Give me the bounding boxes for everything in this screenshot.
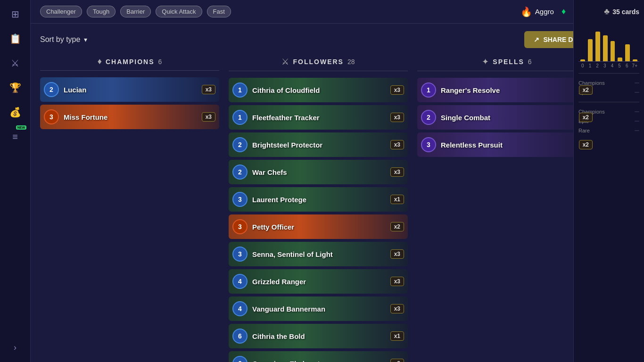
new-badge-label: NEW [16, 125, 26, 130]
card-row-senna[interactable]: 3 Senna, Sentinel of Light x3 [229, 242, 408, 266]
card-name-cithria-cloudfield: Cithria of Cloudfield [248, 86, 408, 94]
champions-icon: ♦ [98, 57, 102, 66]
card-name-vanguard: Vanguard Bannerman [248, 305, 408, 313]
spells-column: ✦ SPELLS 6 1 Ranger's Resolve x2 2 Singl… [413, 57, 601, 362]
mana-circle-senna: 3 [232, 247, 248, 262]
sidebar-icon-book[interactable]: 📋 [6, 29, 25, 48]
card-name-rangers-resolve: Ranger's Resolve [436, 86, 596, 94]
sort-label: Sort by type [40, 35, 80, 44]
spells-title: SPELLS [493, 58, 524, 66]
card-row-laurent[interactable]: 3 Laurent Protege x1 [229, 187, 408, 212]
curve-label-7plus: 7+ [632, 63, 637, 68]
mana-circle-brightsteel: 2 [232, 137, 248, 152]
divider-1 [578, 73, 639, 74]
card-count-senna: x3 [390, 249, 404, 259]
stat-badge-rare [635, 130, 639, 131]
tag-tough[interactable]: Tough [87, 6, 116, 17]
card-row-brightsteel[interactable]: 2 Brightsteel Protector x3 [229, 132, 408, 157]
tag-fast[interactable]: Fast [207, 6, 231, 17]
card-row-cithria-bold[interactable]: 6 Cithria the Bold x1 [229, 324, 408, 348]
tag-barrier[interactable]: Barrier [120, 6, 151, 17]
curve-label-2: 2 [595, 63, 600, 68]
card-row-grizzled[interactable]: 4 Grizzled Ranger x3 [229, 269, 408, 294]
card-row-fleetfeather[interactable]: 1 Fleetfeather Tracker x3 [229, 105, 408, 130]
curve-bars [578, 24, 639, 62]
stat-badge-epic [635, 121, 639, 122]
card-row-relentless[interactable]: 3 Relentless Pursuit x2 [417, 132, 596, 157]
curve-labels: 0 1 2 3 4 5 6 7+ [578, 62, 639, 68]
tag-quick-attack[interactable]: Quick Attack [156, 6, 202, 17]
curve-bar-6 [625, 44, 630, 61]
card-row-cithria-cloudfield[interactable]: 1 Cithria of Cloudfield x3 [229, 78, 408, 102]
sort-chevron-icon[interactable]: ▾ [84, 36, 87, 43]
stat-badge-champions [635, 82, 639, 83]
curve-bar-4 [611, 41, 615, 61]
share-icon: ↗ [534, 36, 539, 43]
mana-circle-petty-officer: 3 [232, 219, 248, 234]
spells-header: ✦ SPELLS 6 [417, 57, 596, 71]
followers-column: ⚔ FOLLOWERS 28 1 Cithria of Cloudfield x… [224, 57, 413, 362]
card-row-genevieve[interactable]: 6 Genevieve Elmheart x3 [229, 351, 408, 362]
mana-curve-chart: 0 1 2 3 4 5 6 7+ [578, 24, 639, 68]
card-count-grizzled: x3 [390, 277, 404, 286]
card-name-miss-fortune: Miss Fortune [59, 113, 219, 121]
sidebar-icon-trophy[interactable]: 🏆 [6, 78, 25, 97]
curve-bar-7plus [633, 59, 637, 61]
curve-label-6: 6 [625, 63, 629, 68]
tag-challenger[interactable]: Challenger [40, 6, 82, 17]
curve-label-1: 1 [588, 63, 593, 68]
curve-label-5: 5 [617, 63, 622, 68]
card-count-laurent: x1 [390, 195, 404, 204]
card-row-war-chefs[interactable]: 2 War Chefs x3 [229, 160, 408, 184]
card-row-lucian[interactable]: 2 Lucian x3 [40, 77, 219, 102]
card-row-petty-officer[interactable]: 3 Petty Officer x2 [229, 214, 408, 239]
card-name-relentless: Relentless Pursuit [436, 141, 596, 149]
divider-2 [578, 102, 639, 102]
card-count-cithria-bold: x1 [390, 331, 404, 341]
card-count-miss-fortune: x3 [202, 112, 215, 122]
card-count-single-combat: x2 [579, 113, 593, 122]
card-name-grizzled: Grizzled Ranger [248, 278, 408, 286]
sidebar-icon-coin[interactable]: 💰 [6, 103, 25, 122]
card-count-relentless: x2 [579, 140, 593, 149]
card-name-war-chefs: War Chefs [248, 168, 408, 176]
card-name-cithria-bold: Cithria the Bold [248, 332, 408, 340]
topbar: Challenger Tough Barrier Quick Attack Fa… [31, 0, 606, 24]
champions-header: ♦ CHAMPIONS 6 [40, 57, 219, 71]
card-name-senna: Senna, Sentinel of Light [248, 250, 408, 258]
followers-title: FOLLOWERS [293, 58, 343, 66]
curve-bar-1 [588, 39, 593, 61]
sidebar-collapse-icon[interactable]: › [14, 343, 17, 353]
card-name-fleetfeather: Fleetfeather Tracker [248, 114, 408, 122]
mana-circle-rangers-resolve: 1 [421, 82, 436, 98]
curve-label-4: 4 [610, 63, 615, 68]
sidebar-icon-sword[interactable]: ⚔ [6, 54, 25, 73]
card-row-rangers-resolve[interactable]: 1 Ranger's Resolve x2 [417, 78, 596, 102]
card-row-single-combat[interactable]: 2 Single Combat x2 [417, 105, 596, 130]
card-count-rangers-resolve: x2 [579, 85, 593, 95]
card-count-genevieve: x3 [390, 359, 404, 362]
stat-badge-spells [635, 92, 639, 93]
stat-label-rare: Rare [578, 128, 590, 133]
card-count-lucian: x3 [202, 85, 215, 94]
curve-bar-2 [595, 32, 600, 61]
sidebar-icon-new[interactable]: ≡ NEW [6, 127, 25, 146]
curve-label-3: 3 [603, 63, 607, 68]
card-count-petty-officer: x2 [390, 222, 404, 231]
curve-bar-5 [618, 58, 622, 61]
stat-badge-champions2 [635, 111, 639, 112]
mana-circle-relentless: 3 [421, 137, 436, 152]
deck-type: 🔥 Aggro [520, 6, 554, 17]
stat-row-rare: Rare [578, 126, 639, 135]
card-name-brightsteel: Brightsteel Protector [248, 141, 408, 149]
curve-bar-3 [603, 35, 608, 61]
card-row-miss-fortune[interactable]: 3 Miss Fortune x3 [40, 105, 219, 129]
card-count-fleetfeather: x3 [390, 113, 404, 122]
followers-icon: ⚔ [281, 57, 289, 67]
right-panel: ♣ 35 cards 0 1 2 3 4 5 6 7+ Champions [573, 0, 644, 362]
curve-bar-0 [580, 59, 585, 61]
followers-header: ⚔ FOLLOWERS 28 [229, 57, 408, 71]
sidebar-icon-grid[interactable]: ⊞ [6, 5, 25, 24]
card-row-vanguard[interactable]: 4 Vanguard Bannerman x3 [229, 296, 408, 321]
card-name-genevieve: Genevieve Elmheart [248, 360, 408, 362]
